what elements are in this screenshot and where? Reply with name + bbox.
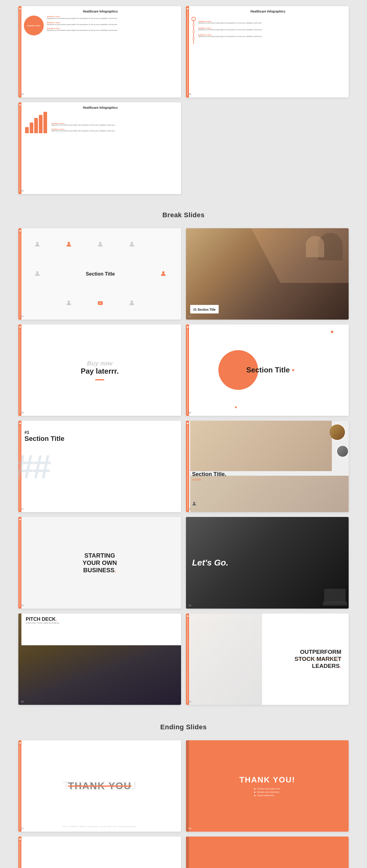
circle-title-text: Section Title • <box>246 366 294 374</box>
pitch-main-title: PITCH DECK. <box>26 617 177 622</box>
accent-line-es1 <box>20 745 20 830</box>
hc2-info-item-1: Subtitle is here Apparently we had reach… <box>198 27 344 31</box>
collage-subtitle: Subtitle <box>192 478 226 481</box>
sub-text-2: Website and email here <box>257 791 279 793</box>
starting-dot: . <box>114 567 116 574</box>
hashtag-content: #1 Section Title <box>18 421 181 449</box>
bar-2 <box>30 123 33 133</box>
thank-you-orange-slide[interactable]: THANK YOU! Contact information here Webs… <box>186 740 349 832</box>
buy-now-accent-bar <box>95 379 104 380</box>
sub-item-1: Contact information here <box>254 788 280 790</box>
starting-business-slide[interactable]: STARTING YOUR OWN BUSINESS. 13 <box>18 517 181 608</box>
accent-line-bs4 <box>187 329 188 414</box>
hashtag-section-title: Section Title <box>25 435 175 443</box>
accent-line <box>20 10 20 96</box>
healthcare-slide-2[interactable]: Healthcare Infographics <box>186 6 349 97</box>
svg-point-8 <box>193 502 195 504</box>
photo-fragment-top <box>190 421 332 471</box>
sub-dot-2 <box>254 792 255 793</box>
break-slides-grid-2: Buy now Pay laterrr. 09 Section Title • <box>18 324 349 416</box>
hc2-info: Subtitle is here Apparently we had reach… <box>198 16 344 44</box>
person-icon-4 <box>129 241 135 247</box>
healthcare-slide-1[interactable]: Healthcare Infographics Subtitle is here… <box>18 6 181 97</box>
thank-you-white-slide[interactable]: THANK YOU THANK YOU Phone: 123456789 | W… <box>18 740 181 832</box>
person-icon-5 <box>34 271 40 277</box>
slide-num-bs6: 12 <box>189 507 191 510</box>
pitch-white-area: PITCH DECK. STARTING YOUR OWN BUSINESS <box>21 614 181 646</box>
accent-bar-3 <box>18 102 21 194</box>
laptop-sim <box>324 589 346 602</box>
svg-point-5 <box>162 271 165 274</box>
pitch-deck-slide[interactable]: PITCH DECK. STARTING YOUR OWN BUSINESS 1… <box>18 614 181 705</box>
avatar-mid-right <box>336 445 349 457</box>
section-title-grid-slide[interactable]: Section Title #01 07 <box>18 228 181 319</box>
ty-contact-line: Phone: 123456789 | Website: Email number… <box>63 826 137 827</box>
thank-you-big-orange-slide[interactable]: THANK YOU 20 <box>186 837 349 868</box>
accent-dot-bs6 <box>187 423 189 424</box>
accent-dot-es3 <box>19 838 21 840</box>
stetho-line-2 <box>193 33 194 37</box>
stetho-stem-1 <box>193 21 194 24</box>
accent-line-2 <box>187 10 188 96</box>
hc3-content: Subtitle is here Apparently we had reach… <box>24 112 177 133</box>
info-text-0: Apparently we had reached a great height… <box>47 18 177 20</box>
ending-slides-header: Ending Slides <box>18 711 349 740</box>
outperform-slide[interactable]: OUTPERFORM STOCK MARKET LEADERS. 16 <box>186 614 349 705</box>
pitch-sub-title: STARTING YOUR OWN BUSINESS <box>26 622 177 624</box>
accent-bar-bs3 <box>18 324 21 416</box>
starting-line3: BUSINESS. <box>83 566 117 574</box>
buy-now-slide[interactable]: Buy now Pay laterrr. 09 <box>18 324 181 416</box>
info-text-2: Apparently we had reached a great height… <box>47 29 177 31</box>
hashtag-title-slide[interactable]: ## #1 Section Title 11 <box>18 421 181 512</box>
starting-line3-text: BUSINESS <box>83 567 114 574</box>
orange2-accent-left <box>186 837 189 868</box>
hc1-content: Subtitle is here Subtitle is here Appare… <box>24 16 177 35</box>
collage-title-area: Section Title. Subtitle <box>192 471 226 481</box>
accent-dot-bs10 <box>187 615 189 617</box>
person-icon-2-orange <box>66 241 72 247</box>
accent-line-es3 <box>20 841 20 868</box>
slide-num-bs4: 10 <box>189 411 191 414</box>
stethoscope-col <box>192 16 196 44</box>
hc2-text-2: Apparently we had reached a great height… <box>198 36 344 38</box>
ty-white-text: THANK YOU <box>68 780 132 792</box>
accent-dot-bs1 <box>19 230 21 231</box>
healthcare-slide-3[interactable]: Healthcare Infographics Subtitle is here <box>18 102 181 194</box>
slide-num-bs2: 08 <box>189 315 191 318</box>
break-slides-header: Break Slides <box>18 199 349 228</box>
slide-num-bs8: 14 <box>189 604 191 607</box>
center-section-title: Section Title <box>86 271 115 277</box>
slide-num-es2: 18 <box>189 827 191 830</box>
stetho-dot-3 <box>192 37 195 40</box>
orange-circle-title-slide[interactable]: Section Title • 10 <box>186 324 349 416</box>
slide-num-hc2: 05 <box>189 93 191 96</box>
hc-slide-1-inner: Healthcare Infographics Subtitle is here… <box>18 6 181 97</box>
outperform-line1: OUTPERFORM <box>294 649 341 656</box>
stetho-head <box>192 17 196 21</box>
photo-label-box: #1 Section Title <box>190 305 219 313</box>
info-item-2: Subtitle is here Apparently we had reach… <box>47 28 177 31</box>
photo-office-slide[interactable]: #1 Section Title 08 <box>186 228 349 319</box>
hc3-chart <box>24 112 48 133</box>
slide-num-bs9: 15 <box>21 700 24 703</box>
hc1-info-lines: Subtitle is here Apparently we had reach… <box>47 16 177 31</box>
pitch-title-text: PITCH DECK <box>26 617 56 622</box>
accent-dot <box>19 8 21 9</box>
lets-go-content: Let's Go. <box>192 558 228 568</box>
thank-you-big-white-slide[interactable]: THANK YOU 19 <box>18 837 181 868</box>
accent-dot-2 <box>187 8 189 9</box>
photo-collage-slide[interactable]: Section Title. Subtitle 12 <box>186 421 349 512</box>
slide-num-hc3: 06 <box>21 189 24 192</box>
accent-dot-bs7 <box>19 519 21 520</box>
accent-line-bs1 <box>20 232 20 318</box>
lets-go-slide[interactable]: Let's Go. 14 <box>186 517 349 608</box>
ty-white-content: THANK YOU THANK YOU <box>68 780 132 792</box>
hc3-text-0: Apparently we had reached a great height… <box>51 124 177 126</box>
section-title-text: Section Title <box>86 271 115 277</box>
starting-line2: YOUR OWN <box>83 559 117 566</box>
bar-5 <box>44 112 47 133</box>
accent-line-bs10 <box>187 618 188 703</box>
sub-item-2: Website and email here <box>254 791 279 793</box>
svg-point-7 <box>131 301 133 303</box>
hc2-info-item-2: Subtitle is here Apparently we had reach… <box>198 34 344 38</box>
